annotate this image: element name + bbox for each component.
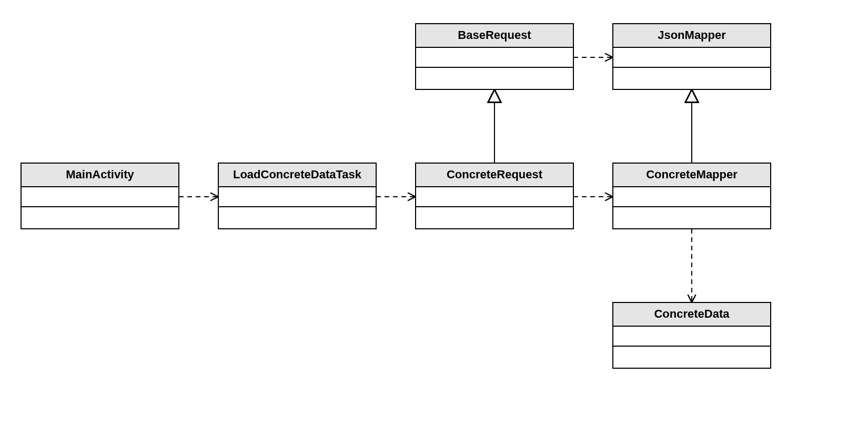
class-concreteRequest: ConcreteRequest	[416, 163, 573, 229]
class-concreteMapper: ConcreteMapper	[613, 163, 771, 229]
class-title-concreteData: ConcreteData	[654, 307, 730, 320]
class-baseRequest: BaseRequest	[416, 24, 573, 89]
class-title-baseRequest: BaseRequest	[458, 28, 531, 42]
class-loadConcreteDataTask: LoadConcreteDataTask	[218, 163, 376, 229]
class-title-concreteRequest: ConcreteRequest	[447, 168, 543, 181]
uml-class-diagram: MainActivityLoadConcreteDataTaskConcrete…	[0, 0, 868, 445]
class-mainActivity: MainActivity	[21, 163, 179, 229]
class-title-loadConcreteDataTask: LoadConcreteDataTask	[233, 168, 362, 181]
class-jsonMapper: JsonMapper	[613, 24, 771, 89]
class-title-concreteMapper: ConcreteMapper	[646, 168, 738, 181]
class-concreteData: ConcreteData	[613, 302, 771, 368]
class-title-mainActivity: MainActivity	[66, 168, 134, 181]
class-title-jsonMapper: JsonMapper	[658, 28, 726, 42]
